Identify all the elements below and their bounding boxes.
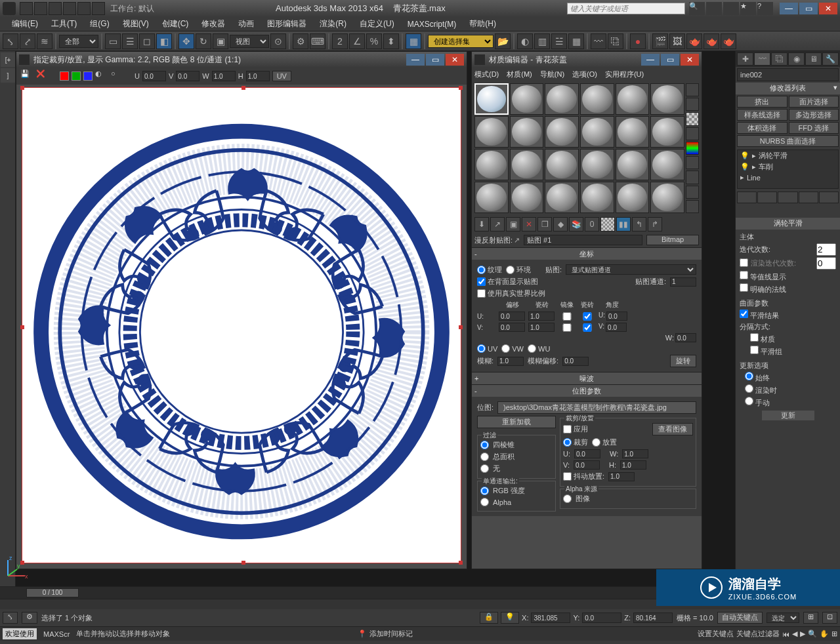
selection-filter-dropdown[interactable]: 全部: [59, 35, 98, 48]
pivot-icon[interactable]: ⊙: [270, 33, 286, 49]
material-slot-6[interactable]: [650, 83, 684, 115]
viewport-pan-icon[interactable]: ✋: [820, 630, 829, 638]
make-unique-icon[interactable]: ◆: [553, 217, 568, 231]
patch-select-button[interactable]: 面片选择: [789, 96, 839, 108]
stack-turbosmooth[interactable]: 💡▸涡轮平滑: [738, 150, 838, 161]
plus-icon[interactable]: [+: [1, 52, 15, 67]
iterations-spinner[interactable]: [816, 243, 836, 256]
jitter-checkbox[interactable]: 抖动放置:: [563, 472, 604, 481]
make-preview-icon[interactable]: [686, 156, 699, 169]
nurbs-select-button[interactable]: NURBS 曲面选择: [737, 135, 839, 147]
close-button[interactable]: ✕: [819, 3, 837, 14]
scale-icon[interactable]: ▣: [213, 33, 228, 49]
bind-icon[interactable]: ≋: [37, 33, 52, 49]
material-slot-8[interactable]: [510, 116, 544, 148]
image-alpha-radio[interactable]: 图像: [563, 494, 693, 504]
material-slot-4[interactable]: [580, 83, 614, 115]
real-world-checkbox[interactable]: 使用真实世界比例: [477, 289, 545, 298]
keyboard-icon[interactable]: ⌨: [310, 33, 326, 49]
material-slot-9[interactable]: [545, 116, 579, 148]
blur-offset-spinner[interactable]: [562, 357, 589, 366]
qat-undo-icon[interactable]: [63, 2, 76, 15]
render-icon[interactable]: 🫖: [686, 33, 702, 49]
search-icon[interactable]: 🔍: [689, 2, 705, 15]
material-slot-12[interactable]: [650, 116, 684, 148]
schematic-icon[interactable]: ⿻: [608, 33, 623, 49]
w-angle-spinner[interactable]: [675, 333, 696, 342]
utilities-tab-icon[interactable]: 🔧: [822, 52, 839, 66]
mono-toggle-icon[interactable]: ○: [111, 70, 124, 83]
app-icon[interactable]: [3, 2, 16, 15]
object-name-input[interactable]: ine002: [737, 68, 839, 81]
sb-scripts-icon[interactable]: ⚙: [22, 612, 37, 624]
material-slot-13[interactable]: [474, 149, 509, 180]
menu-views[interactable]: 视图(V): [116, 17, 156, 31]
material-slot-23[interactable]: [616, 182, 650, 213]
isolate-icon[interactable]: 💡: [501, 612, 519, 624]
u-spinner[interactable]: [142, 71, 166, 81]
material-slot-19[interactable]: [474, 182, 509, 213]
material-slot-7[interactable]: [474, 116, 509, 148]
move-icon[interactable]: ✥: [178, 33, 194, 49]
map-channel-spinner[interactable]: [670, 277, 696, 287]
jitter-spinner[interactable]: [608, 472, 635, 481]
hierarchy-tab-icon[interactable]: ⿻: [771, 52, 788, 66]
material-slot-1[interactable]: [474, 83, 509, 115]
snap-2d-icon[interactable]: 2: [332, 33, 348, 49]
time-slider-handle[interactable]: 0 / 100: [26, 588, 79, 597]
favorites-icon[interactable]: ★: [740, 2, 756, 15]
viewport-max-icon[interactable]: ⊞: [831, 630, 837, 638]
x-input[interactable]: [531, 613, 570, 623]
key-filter-button[interactable]: 关键点过滤器: [736, 629, 780, 639]
u-tiling-spinner[interactable]: [528, 312, 555, 321]
menu-modifiers[interactable]: 修改器: [195, 17, 232, 31]
modifier-stack[interactable]: 💡▸涡轮平滑 💡▸车削 ▸Line: [737, 150, 839, 189]
crop-radio[interactable]: 裁剪: [563, 437, 588, 447]
crop-u-spinner[interactable]: [574, 449, 600, 458]
snap-percent-icon[interactable]: %: [366, 33, 382, 49]
menu-animation[interactable]: 动画: [232, 17, 261, 31]
u-angle-spinner[interactable]: [606, 312, 627, 321]
turbosmooth-header[interactable]: 涡轮平滑: [736, 218, 840, 230]
crop-h-spinner[interactable]: [620, 460, 646, 470]
menu-help[interactable]: 帮助(H): [463, 17, 503, 31]
green-swatch[interactable]: [72, 71, 81, 81]
material-type-button[interactable]: Bitmap: [646, 235, 699, 245]
show-map-icon[interactable]: [600, 217, 615, 231]
menu-create[interactable]: 创建(C): [156, 17, 196, 31]
minimize-button[interactable]: —: [780, 3, 798, 14]
menu-edit[interactable]: 编辑(E): [5, 17, 45, 31]
put-to-lib-icon[interactable]: 📚: [569, 217, 583, 231]
poly-select-button[interactable]: 多边形选择: [789, 109, 839, 121]
stack-lathe[interactable]: 💡▸车削: [738, 161, 838, 172]
update-button[interactable]: 更新: [762, 411, 814, 420]
mat-map-nav-icon[interactable]: [686, 200, 699, 213]
reload-button[interactable]: 重新加载: [477, 416, 556, 428]
v-offset-spinner[interactable]: [499, 323, 525, 332]
clone-icon[interactable]: ❌: [36, 70, 49, 83]
select-region-icon[interactable]: ◻: [139, 33, 155, 49]
z-input[interactable]: [633, 613, 673, 623]
layers-icon[interactable]: ☱: [551, 33, 567, 49]
render-iter-icon[interactable]: 🫖: [721, 33, 736, 49]
add-marker-icon[interactable]: 📍: [358, 630, 367, 638]
mat-menu-material[interactable]: 材质(M): [507, 70, 532, 79]
help-search-input[interactable]: [567, 3, 685, 14]
place-radio[interactable]: 放置: [592, 437, 617, 447]
material-slot-22[interactable]: [580, 182, 614, 213]
maximize-button[interactable]: ▭: [799, 3, 818, 14]
manual-radio[interactable]: 手动: [745, 397, 770, 408]
render-iter-spinner[interactable]: [816, 257, 836, 270]
crop-maximize-button[interactable]: ▭: [426, 54, 444, 66]
w-spinner[interactable]: [212, 71, 236, 81]
uv-radio[interactable]: UV: [477, 344, 497, 353]
extrude-button[interactable]: 挤出: [737, 96, 788, 108]
ffd-select-button[interactable]: FFD 选择: [789, 122, 839, 134]
set-key-button[interactable]: 设置关键点: [698, 629, 734, 639]
qat-new-icon[interactable]: [20, 2, 33, 15]
bitmap-path-button[interactable]: )esktop\3Dmax青花茶盖模型制作教程\青花瓷盘.jpg: [497, 401, 696, 414]
h-spinner[interactable]: [246, 71, 270, 81]
render-setup-icon[interactable]: 🎬: [652, 33, 668, 49]
link-icon[interactable]: ⤣: [3, 33, 18, 49]
mat-maximize-button[interactable]: ▭: [661, 54, 679, 66]
